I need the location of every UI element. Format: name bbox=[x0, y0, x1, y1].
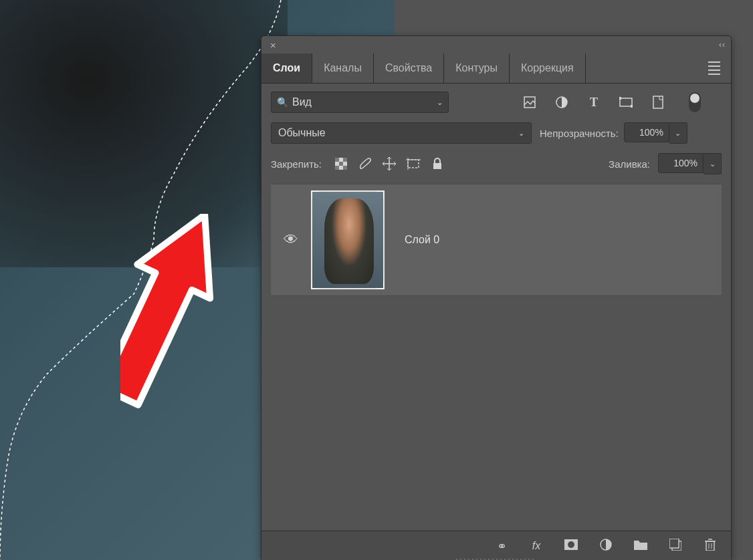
filter-smartobject-icon[interactable] bbox=[651, 95, 665, 110]
svg-rect-18 bbox=[433, 163, 441, 169]
lock-label: Закрепить: bbox=[271, 158, 322, 170]
filter-label: Вид bbox=[292, 96, 312, 108]
opacity-label: Непрозрачность: bbox=[540, 128, 619, 139]
blend-mode-value: Обычные bbox=[278, 127, 326, 139]
new-group-icon[interactable] bbox=[633, 539, 648, 553]
svg-rect-8 bbox=[335, 158, 339, 162]
filter-toggle[interactable] bbox=[689, 92, 701, 112]
lock-artboard-icon[interactable] bbox=[406, 156, 421, 171]
layer-thumbnail[interactable] bbox=[311, 190, 385, 289]
link-layers-icon[interactable]: ⚭ bbox=[494, 539, 509, 553]
svg-rect-10 bbox=[339, 162, 343, 166]
svg-rect-9 bbox=[343, 158, 347, 162]
delete-layer-icon[interactable] bbox=[703, 539, 718, 554]
svg-rect-23 bbox=[706, 541, 714, 551]
svg-rect-3 bbox=[620, 98, 632, 106]
filter-pixel-icon[interactable] bbox=[522, 95, 537, 110]
layer-filter-type[interactable]: 🔍 Вид ⌄ bbox=[271, 92, 449, 113]
svg-rect-11 bbox=[335, 166, 339, 170]
layer-fx-icon[interactable]: fx bbox=[529, 540, 544, 552]
svg-rect-1 bbox=[524, 97, 535, 108]
opacity-dropdown[interactable]: ⌄ bbox=[669, 122, 687, 144]
lock-paint-icon[interactable] bbox=[358, 156, 372, 171]
tab-channels[interactable]: Каналы bbox=[312, 53, 374, 83]
filter-shape-icon[interactable] bbox=[619, 95, 633, 110]
close-icon[interactable]: × bbox=[267, 38, 280, 52]
layer-row[interactable]: 👁 Слой 0 bbox=[271, 184, 722, 296]
new-adjustment-icon[interactable] bbox=[599, 539, 613, 554]
svg-rect-5 bbox=[631, 105, 633, 108]
add-mask-icon[interactable] bbox=[564, 539, 578, 553]
opacity-value[interactable]: 100% bbox=[624, 122, 669, 142]
tab-paths[interactable]: Контуры bbox=[444, 53, 510, 83]
visibility-eye-icon[interactable]: 👁 bbox=[284, 231, 298, 249]
blend-mode-select[interactable]: Обычные ⌄ bbox=[271, 122, 532, 144]
search-icon: 🔍 bbox=[277, 97, 288, 108]
layers-list: 👁 Слой 0 bbox=[271, 184, 722, 296]
lock-all-icon[interactable] bbox=[430, 156, 445, 171]
fill-label: Заливка: bbox=[609, 158, 650, 170]
chevron-down-icon: ⌄ bbox=[518, 129, 524, 138]
svg-rect-15 bbox=[408, 160, 419, 168]
svg-rect-22 bbox=[669, 539, 679, 548]
panel-tabs: Слои Каналы Свойства Контуры Коррекция bbox=[261, 53, 731, 84]
tab-layers[interactable]: Слои bbox=[261, 53, 312, 83]
panel-menu-icon[interactable] bbox=[702, 53, 727, 83]
collapse-icon[interactable]: ‹‹ bbox=[719, 40, 726, 49]
fill-dropdown[interactable]: ⌄ bbox=[704, 153, 722, 174]
chevron-down-icon: ⌄ bbox=[437, 98, 443, 107]
svg-point-20 bbox=[568, 541, 574, 548]
lock-transparent-icon[interactable] bbox=[334, 156, 348, 171]
svg-rect-12 bbox=[343, 166, 347, 170]
filter-type-icon[interactable]: T bbox=[586, 95, 601, 110]
svg-rect-6 bbox=[653, 96, 663, 108]
filter-adjustment-icon[interactable] bbox=[554, 95, 569, 110]
new-layer-icon[interactable] bbox=[668, 539, 683, 554]
tab-adjustments[interactable]: Коррекция bbox=[510, 53, 586, 83]
svg-rect-4 bbox=[619, 97, 621, 100]
fill-value[interactable]: 100% bbox=[658, 153, 704, 173]
layers-panel: × ‹‹ Слои Каналы Свойства Контуры Коррек… bbox=[261, 35, 732, 560]
tab-properties[interactable]: Свойства bbox=[374, 53, 444, 83]
layers-bottom-toolbar: ⚭ fx bbox=[261, 531, 731, 560]
layer-name[interactable]: Слой 0 bbox=[405, 234, 439, 246]
lock-position-icon[interactable] bbox=[382, 156, 397, 171]
